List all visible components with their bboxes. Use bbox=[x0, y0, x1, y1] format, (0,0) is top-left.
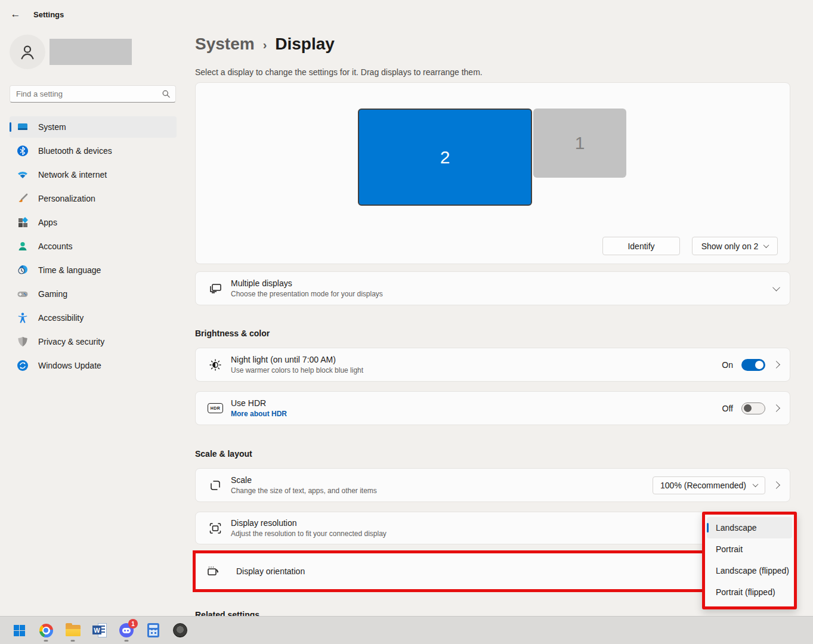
sidebar-item-time-language[interactable]: Time & language bbox=[10, 259, 177, 281]
sidebar-nav: System Bluetooth & devices Network & int… bbox=[10, 116, 177, 379]
monitor-2[interactable]: 2 bbox=[358, 109, 532, 206]
sidebar-item-label: Apps bbox=[38, 218, 57, 227]
sidebar-item-bluetooth-devices[interactable]: Bluetooth & devices bbox=[10, 140, 177, 162]
sidebar-item-label: Network & internet bbox=[38, 170, 107, 179]
file-explorer-icon bbox=[66, 625, 81, 636]
orientation-option-landscape-flipped[interactable]: Landscape (flipped) bbox=[707, 560, 792, 581]
user-name-redacted bbox=[50, 39, 132, 65]
display-resolution-subtitle: Adjust the resolution to fit your connec… bbox=[231, 530, 712, 538]
show-only-dropdown[interactable]: Show only on 2 bbox=[692, 237, 778, 255]
identify-button[interactable]: Identify bbox=[602, 237, 680, 255]
display-resolution-row[interactable]: Display resolution Adjust the resolution… bbox=[195, 512, 790, 544]
scale-subtitle: Change the size of text, apps, and other… bbox=[231, 487, 653, 495]
sidebar-item-accessibility[interactable]: Accessibility bbox=[10, 307, 177, 329]
back-button[interactable]: ← bbox=[6, 5, 25, 24]
chevron-right-icon[interactable] bbox=[772, 481, 780, 489]
night-light-title: Night light (on until 7:00 AM) bbox=[231, 355, 722, 364]
search-icon[interactable] bbox=[162, 89, 171, 98]
accounts-icon bbox=[17, 240, 29, 252]
monitor-1[interactable]: 1 bbox=[533, 109, 626, 178]
orientation-option-portrait[interactable]: Portrait bbox=[707, 538, 792, 560]
notification-badge: 1 bbox=[128, 619, 138, 628]
night-light-state: On bbox=[722, 360, 733, 370]
main-content: System › Display Select a display to cha… bbox=[195, 0, 790, 644]
taskbar-discord[interactable]: 1 bbox=[115, 618, 138, 643]
shield-icon bbox=[17, 336, 29, 348]
running-indicator bbox=[71, 640, 75, 642]
sidebar-item-accounts[interactable]: Accounts bbox=[10, 236, 177, 257]
chevron-right-icon[interactable] bbox=[772, 361, 780, 369]
display-orientation-title: Display orientation bbox=[236, 566, 305, 576]
breadcrumb-system[interactable]: System bbox=[195, 35, 255, 54]
breadcrumb-separator: › bbox=[263, 38, 267, 52]
night-light-toggle[interactable] bbox=[741, 359, 765, 371]
multiple-displays-title: Multiple displays bbox=[231, 278, 774, 288]
person-icon bbox=[18, 43, 36, 61]
sidebar-item-label: System bbox=[38, 122, 66, 132]
chevron-right-icon[interactable] bbox=[772, 404, 780, 412]
accessibility-icon bbox=[17, 312, 29, 324]
search-box[interactable] bbox=[10, 85, 176, 103]
section-brightness-color: Brightness & color bbox=[195, 329, 270, 338]
hdr-toggle[interactable] bbox=[741, 402, 765, 414]
taskbar-calculator[interactable] bbox=[141, 618, 165, 643]
title-bar: ← Settings bbox=[0, 0, 191, 29]
scale-icon bbox=[208, 478, 223, 493]
hdr-state: Off bbox=[722, 404, 733, 413]
use-hdr-row[interactable]: HDR Use HDR More about HDR Off bbox=[195, 391, 790, 425]
paintbrush-icon bbox=[17, 193, 29, 205]
sidebar-item-label: Gaming bbox=[38, 289, 67, 299]
sidebar-item-personalization[interactable]: Personalization bbox=[10, 188, 177, 209]
taskbar-chrome[interactable] bbox=[34, 618, 58, 643]
sidebar-item-network-internet[interactable]: Network & internet bbox=[10, 164, 177, 185]
scale-row[interactable]: Scale Change the size of text, apps, and… bbox=[195, 468, 790, 502]
multiple-displays-subtitle: Choose the presentation mode for your di… bbox=[231, 290, 774, 298]
running-indicator bbox=[125, 640, 129, 642]
update-icon bbox=[17, 360, 29, 371]
app-title: Settings bbox=[33, 10, 64, 19]
chrome-icon bbox=[39, 624, 53, 637]
display-orientation-row[interactable]: Display orientation bbox=[193, 550, 709, 592]
multiple-displays-row[interactable]: Multiple displays Choose the presentatio… bbox=[195, 271, 790, 305]
account-block[interactable] bbox=[10, 35, 132, 69]
more-about-hdr-link[interactable]: More about HDR bbox=[231, 410, 722, 418]
taskbar-file-explorer[interactable] bbox=[61, 618, 85, 643]
scale-select[interactable]: 100% (Recommended) bbox=[653, 476, 765, 494]
page-subtitle: Select a display to change the settings … bbox=[195, 67, 483, 77]
display-resolution-icon bbox=[208, 521, 223, 535]
sidebar-item-windows-update[interactable]: Windows Update bbox=[10, 355, 177, 376]
sidebar-item-privacy-security[interactable]: Privacy & security bbox=[10, 331, 177, 352]
taskbar-world-of-tanks[interactable] bbox=[168, 618, 192, 643]
sidebar-item-system[interactable]: System bbox=[10, 116, 177, 138]
display-orientation-icon bbox=[205, 564, 221, 578]
avatar bbox=[10, 35, 45, 69]
word-icon: W bbox=[92, 623, 107, 637]
start-button[interactable] bbox=[7, 618, 31, 643]
breadcrumb: System › Display bbox=[195, 35, 335, 54]
display-arrangement-panel: 2 1 Identify Show only on 2 bbox=[195, 82, 790, 264]
night-light-subtitle: Use warmer colors to help block blue lig… bbox=[231, 366, 722, 374]
monitor-2-label: 2 bbox=[440, 147, 450, 168]
chevron-down-icon bbox=[753, 481, 759, 487]
multiple-displays-icon bbox=[208, 281, 223, 296]
wifi-icon bbox=[17, 169, 29, 181]
search-input[interactable] bbox=[16, 89, 162, 98]
monitor-1-label: 1 bbox=[575, 133, 585, 153]
bluetooth-icon bbox=[17, 145, 29, 157]
world-of-tanks-icon bbox=[173, 623, 187, 637]
taskbar-word[interactable]: W bbox=[88, 618, 112, 643]
display-resolution-title: Display resolution bbox=[231, 518, 712, 528]
hdr-icon: HDR bbox=[208, 403, 223, 413]
orientation-option-portrait-flipped[interactable]: Portrait (flipped) bbox=[707, 581, 792, 603]
night-light-row[interactable]: Night light (on until 7:00 AM) Use warme… bbox=[195, 348, 790, 382]
chevron-down-icon[interactable] bbox=[772, 284, 780, 292]
running-indicator bbox=[44, 640, 48, 642]
chevron-down-icon bbox=[763, 242, 769, 248]
system-icon bbox=[17, 121, 29, 133]
sidebar-item-apps[interactable]: Apps bbox=[10, 212, 177, 233]
gamepad-icon bbox=[17, 288, 29, 300]
sidebar-item-gaming[interactable]: Gaming bbox=[10, 283, 177, 305]
sidebar-item-label: Privacy & security bbox=[38, 337, 104, 346]
scale-value: 100% (Recommended) bbox=[660, 481, 746, 490]
orientation-option-landscape[interactable]: Landscape bbox=[707, 517, 792, 538]
